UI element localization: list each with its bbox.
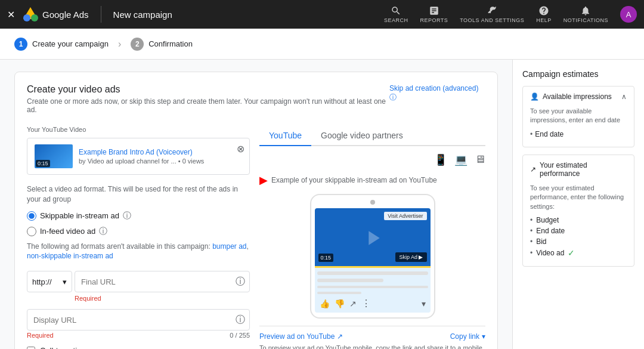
- nonskippable-link[interactable]: non-skippable in-stream ad: [27, 252, 113, 260]
- tab-google-video-partners[interactable]: Google video partners: [311, 126, 413, 146]
- impressions-section-header[interactable]: 👤 Available impressions ∧: [523, 87, 634, 107]
- infeed-info-icon[interactable]: ⓘ: [99, 226, 107, 237]
- ad-screen-top: Visit Advertiser Skip Ad ▶ 0:15: [315, 208, 431, 268]
- display-url-input[interactable]: [27, 309, 250, 331]
- end-date-item: End date: [530, 130, 627, 138]
- share-icon[interactable]: ↗: [349, 299, 357, 308]
- content-columns: Your YouTube Video 0:15 Example Brand In…: [27, 126, 485, 349]
- skip-link[interactable]: Skip ad creation (advanced) ⓘ: [389, 84, 485, 103]
- skip-ad-label: Skip Ad ▶: [399, 254, 423, 260]
- video-duration: 0:15: [36, 160, 50, 167]
- campaign-name: New campaign: [113, 10, 172, 20]
- youtube-red-icon: ▶: [259, 174, 268, 187]
- impressions-chevron-icon: ∧: [621, 92, 627, 101]
- close-button[interactable]: ✕: [7, 9, 15, 20]
- notifications-nav-label: NOTIFICATIONS: [564, 17, 608, 23]
- tools-nav-item[interactable]: TOOLS AND SETTINGS: [460, 5, 524, 23]
- display-url-info-icon[interactable]: ⓘ: [236, 314, 245, 326]
- phone-mockup: Visit Advertiser Skip Ad ▶ 0:15: [310, 194, 435, 319]
- preview-yt-link[interactable]: Preview ad on YouTube ↗: [259, 332, 343, 341]
- phone-bar-1: [317, 271, 428, 275]
- search-nav-item[interactable]: SEARCH: [384, 5, 408, 23]
- final-url-input[interactable]: [75, 271, 250, 292]
- video-ad-item: Video ad ✓: [530, 248, 627, 258]
- like-icon[interactable]: 👍: [320, 299, 330, 308]
- copy-link-button[interactable]: Copy link ▾: [450, 332, 485, 341]
- unavailable-text: The following ad formats aren't availabl…: [27, 242, 250, 262]
- estimates-title: Campaign estimates: [522, 69, 634, 79]
- step-2-label: Confirmation: [148, 39, 193, 48]
- device-icons: 📱 💻 🖥: [259, 153, 485, 166]
- section-header: Create your video ads Create one or more…: [27, 84, 485, 123]
- video-meta: by Video ad upload channel for ... • 0 v…: [79, 157, 242, 165]
- expand-icon[interactable]: ▾: [422, 299, 426, 308]
- infeed-radio[interactable]: [27, 227, 36, 236]
- end-date-perf-item: End date: [530, 227, 627, 235]
- skip-ad-button[interactable]: Skip Ad ▶: [395, 252, 426, 262]
- user-avatar[interactable]: A: [620, 6, 637, 23]
- performance-section: ↗ Your estimated performance To see your…: [522, 155, 634, 267]
- form-column: Your YouTube Video 0:15 Example Brand In…: [27, 126, 259, 349]
- step-1-label: Create your campaign: [32, 39, 109, 48]
- bid-item: Bid: [530, 237, 627, 246]
- url-protocol-selector[interactable]: http:// ▾: [27, 271, 72, 292]
- step-arrow: ›: [118, 39, 121, 50]
- cta-checkbox[interactable]: [27, 347, 35, 349]
- reports-nav-item[interactable]: REPORTS: [420, 5, 448, 23]
- right-panel: Campaign estimates 👤 Available impressio…: [513, 60, 644, 349]
- phone-screen: Visit Advertiser Skip Ad ▶ 0:15: [315, 208, 431, 313]
- help-nav-item[interactable]: HELP: [536, 5, 552, 23]
- more-options-icon[interactable]: ⋮: [361, 298, 371, 309]
- skippable-info-icon[interactable]: ⓘ: [123, 211, 131, 221]
- preview-footer-desc: To preview your ad on YouTube mobile, co…: [259, 344, 485, 349]
- google-ads-logo-icon: [22, 6, 39, 23]
- top-navigation: ✕ Google Ads New campaign SEARCH REPORTS…: [0, 0, 644, 29]
- performance-content: To see your estimated performance, enter…: [523, 184, 634, 266]
- end-date-label: End date: [535, 130, 564, 138]
- desktop-device-icon[interactable]: 🖥: [475, 153, 485, 166]
- bumper-ad-link[interactable]: bumper ad: [212, 242, 246, 251]
- copy-chevron-icon: ▾: [482, 332, 485, 341]
- preview-description: ▶ Example of your skippable in-stream ad…: [259, 174, 485, 187]
- video-card: 0:15 Example Brand Intro Ad (Voiceover) …: [27, 138, 250, 175]
- brand-name: Google Ads: [42, 10, 89, 20]
- cta-checkbox-row: Call-to-action: [27, 346, 250, 349]
- budget-item: Budget: [530, 216, 627, 224]
- impressions-section-title: 👤 Available impressions: [530, 92, 612, 101]
- help-nav-label: HELP: [536, 17, 552, 23]
- impressions-section-content: To see your available impressions, enter…: [523, 107, 634, 147]
- budget-label: Budget: [536, 216, 559, 224]
- tablet-device-icon[interactable]: 💻: [454, 153, 467, 166]
- time-badge: 0:15: [318, 254, 334, 262]
- impressions-desc: To see your available impressions, enter…: [530, 107, 627, 125]
- preview-tabs: YouTube Google video partners: [259, 126, 485, 146]
- ad-timer-bar: [315, 266, 431, 268]
- tab-youtube[interactable]: YouTube: [259, 126, 311, 146]
- impressions-list: End date: [530, 130, 627, 138]
- logo: Google Ads: [22, 6, 89, 23]
- notifications-nav-item[interactable]: NOTIFICATIONS: [564, 5, 608, 23]
- person-icon: 👤: [530, 92, 539, 101]
- left-panel: Create your video ads Create one or more…: [0, 60, 513, 349]
- mobile-device-icon[interactable]: 📱: [434, 153, 447, 166]
- step-2[interactable]: 2 Confirmation: [131, 38, 193, 51]
- step-1-number: 1: [14, 38, 27, 51]
- step-1[interactable]: 1 Create your campaign: [14, 38, 109, 51]
- url-info-icon[interactable]: ⓘ: [236, 276, 245, 288]
- svg-point-2: [23, 14, 30, 21]
- cta-label: Call-to-action: [40, 346, 86, 349]
- url-row: http:// ▾ ⓘ: [27, 271, 250, 292]
- display-url-required: Required: [27, 332, 54, 339]
- remove-video-button[interactable]: ⊗: [237, 143, 244, 155]
- format-label: Select a video ad format. This will be u…: [27, 184, 250, 205]
- section-title: Create your video ads: [27, 84, 389, 95]
- skippable-label: Skippable in-stream ad: [40, 211, 119, 220]
- infeed-label: In-feed video ad: [40, 227, 95, 236]
- preview-footer: Preview ad on YouTube ↗ Copy link ▾: [259, 326, 485, 341]
- main-layout: Create your video ads Create one or more…: [0, 60, 644, 349]
- skippable-radio[interactable]: [27, 211, 36, 221]
- video-ads-card: Create your video ads Create one or more…: [14, 72, 498, 349]
- end-date-perf-label: End date: [536, 227, 565, 235]
- dislike-icon[interactable]: 👎: [335, 299, 345, 308]
- tools-nav-label: TOOLS AND SETTINGS: [460, 17, 524, 23]
